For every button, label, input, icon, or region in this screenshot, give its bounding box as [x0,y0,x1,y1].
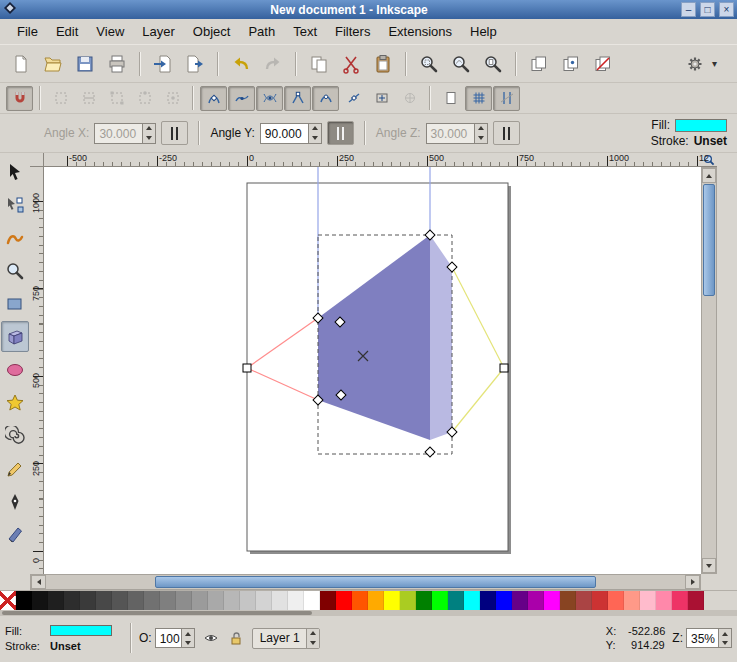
layer-lock-toggle[interactable] [227,629,245,647]
snap-object-centers-toggle[interactable] [368,86,395,111]
tool-node-editor[interactable] [1,189,29,220]
open-document-button[interactable] [38,49,68,79]
menu-layer[interactable]: Layer [133,20,184,43]
scroll-down-button[interactable] [702,558,716,573]
title-bar[interactable]: New document 1 - Inkscape – □ × [0,0,737,19]
angle-z-spinner[interactable] [474,124,487,143]
opacity-input[interactable]: 100 [155,628,195,648]
export-button[interactable] [180,49,210,79]
palette-swatch[interactable] [256,591,272,610]
palette-swatch[interactable] [640,591,656,610]
palette-swatch[interactable] [512,591,528,610]
menu-view[interactable]: View [87,20,133,43]
palette-swatch[interactable] [320,591,336,610]
menu-object[interactable]: Object [184,20,240,43]
tool-tweak[interactable] [1,222,29,253]
palette-scrollbar[interactable] [0,610,737,616]
vertical-scroll-thumb[interactable] [703,184,715,296]
snap-line-midpoints-toggle[interactable] [340,86,367,111]
tool-ellipse[interactable] [1,354,29,385]
palette-swatch[interactable] [688,591,704,610]
close-button[interactable]: × [719,2,734,17]
horizontal-ruler[interactable]: -500-2500250500750100012 [44,153,701,167]
opacity-spinner[interactable] [181,629,194,647]
snap-grids-toggle[interactable] [465,86,492,111]
scroll-right-button[interactable] [685,575,700,589]
import-button[interactable] [148,49,178,79]
tool-calligraphy[interactable] [1,519,29,550]
canvas[interactable] [44,167,701,574]
angle-x-spinner[interactable] [142,124,155,143]
snap-bbox-edge-midpoints-toggle[interactable] [131,86,158,111]
palette-swatch[interactable] [160,591,176,610]
layer-visibility-toggle[interactable] [202,629,220,647]
palette-swatch[interactable] [672,591,688,610]
palette-swatch[interactable] [80,591,96,610]
palette-swatch[interactable] [192,591,208,610]
snap-to-paths-toggle[interactable] [228,86,255,111]
zoom-spinner[interactable] [718,629,731,647]
angle-x-input[interactable]: 30.000 [94,123,156,144]
palette-swatch[interactable] [144,591,160,610]
palette-swatch[interactable] [432,591,448,610]
menu-path[interactable]: Path [239,20,284,43]
snap-page-border-toggle[interactable] [437,86,464,111]
palette-swatch[interactable] [544,591,560,610]
menu-file[interactable]: File [8,20,47,43]
snap-rotation-centers-toggle[interactable] [396,86,423,111]
palette-swatch[interactable] [304,591,320,610]
palette-swatch[interactable] [96,591,112,610]
unlink-clone-button[interactable] [588,49,618,79]
tool-3d-box[interactable] [1,321,29,352]
paste-button[interactable] [368,49,398,79]
menu-edit[interactable]: Edit [47,20,87,43]
palette-swatch[interactable] [128,591,144,610]
vp-x-parallel-toggle[interactable] [161,121,188,145]
menu-text[interactable]: Text [284,20,326,43]
palette-swatch[interactable] [240,591,256,610]
palette-swatch[interactable] [624,591,640,610]
palette-swatch[interactable] [448,591,464,610]
palette-swatch[interactable] [208,591,224,610]
palette-swatch[interactable] [112,591,128,610]
palette-swatch[interactable] [480,591,496,610]
layer-selector[interactable]: Layer 1 [252,628,320,649]
palette-swatch[interactable] [48,591,64,610]
horizontal-scroll-track[interactable] [46,575,685,589]
snap-bounding-boxes-toggle[interactable] [47,86,74,111]
palette-swatch[interactable] [384,591,400,610]
scroll-left-button[interactable] [31,575,46,589]
vertical-ruler[interactable]: 10007505002500 [30,167,44,574]
tool-spiral[interactable] [1,420,29,451]
snap-path-intersections-toggle[interactable] [256,86,283,111]
layer-stepper[interactable] [306,629,319,648]
snap-smooth-nodes-toggle[interactable] [312,86,339,111]
vanishing-point-handle-left[interactable] [243,364,251,372]
palette-swatch[interactable] [176,591,192,610]
palette-swatch[interactable] [288,591,304,610]
palette-swatch[interactable] [16,591,32,610]
palette-swatch[interactable] [464,591,480,610]
fill-stroke-status[interactable]: Fill: Stroke:Unset [5,624,123,652]
snap-bbox-edges-toggle[interactable] [75,86,102,111]
palette-swatch[interactable] [496,591,512,610]
fill-color-swatch[interactable] [675,119,727,132]
tool-bezier-pen[interactable] [1,486,29,517]
menu-help[interactable]: Help [461,20,506,43]
redo-button[interactable] [258,49,288,79]
tool-rectangle[interactable] [1,288,29,319]
preferences-button[interactable] [680,49,710,79]
palette-swatch[interactable] [352,591,368,610]
vertical-scroll-track[interactable] [702,183,716,558]
copy-button[interactable] [304,49,334,79]
chevron-down-icon[interactable]: ▾ [712,58,717,69]
palette-swatch[interactable] [400,591,416,610]
undo-button[interactable] [226,49,256,79]
save-button[interactable] [70,49,100,79]
duplicate-button[interactable] [524,49,554,79]
menu-filters[interactable]: Filters [326,20,379,43]
clone-button[interactable] [556,49,586,79]
palette-swatch[interactable] [560,591,576,610]
palette-swatch[interactable] [368,591,384,610]
zoom-input[interactable]: 35% [686,628,732,648]
